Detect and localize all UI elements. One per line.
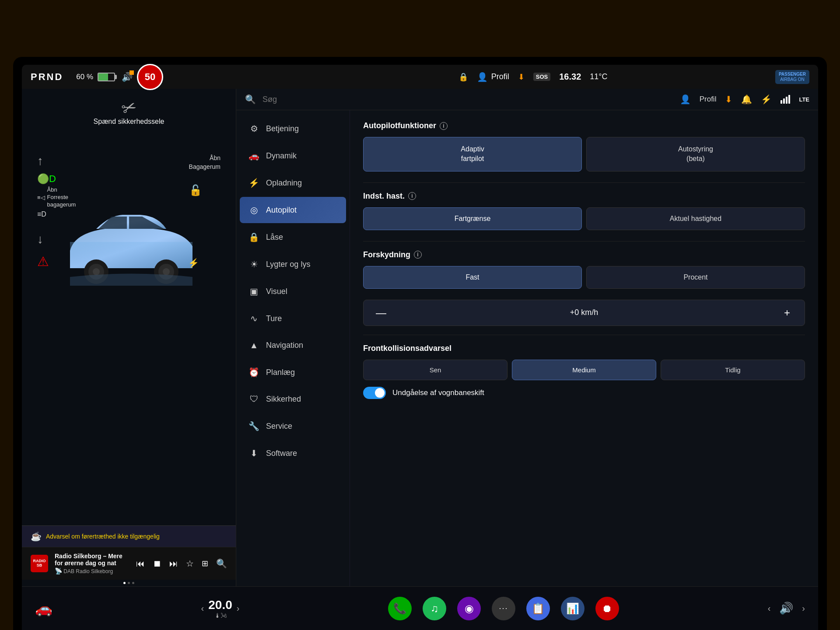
car-taskbar-icon[interactable]: 🚗 bbox=[35, 600, 52, 617]
navigation-icon: ▲ bbox=[248, 340, 259, 350]
autopilot-content: Autopilotfunktioner i Adaptiv fartpilot … bbox=[350, 110, 818, 586]
lock-icon: 🔒 bbox=[458, 72, 468, 82]
spotify-button[interactable]: ♫ bbox=[423, 597, 446, 620]
sidebar-item-software[interactable]: ⬇ Software bbox=[240, 440, 346, 466]
car-diagram: ↑ 🟢D ≡◁ Åbn Forreste bagagerum ≡D bbox=[31, 130, 227, 305]
prev-button[interactable]: ⏮ bbox=[136, 559, 145, 569]
profile-button[interactable]: 👤 Profil bbox=[477, 72, 509, 82]
lane-change-toggle[interactable] bbox=[363, 387, 386, 399]
settings-area: ⚙ Betjening 🚗 Dynamik ⚡ Opladning ◎ Auto… bbox=[236, 110, 818, 586]
laase-icon: 🔒 bbox=[248, 232, 259, 242]
bluetooth-icon[interactable]: ⚡ bbox=[761, 94, 772, 105]
sos-badge: SOS bbox=[533, 73, 550, 81]
more-button[interactable]: ··· bbox=[492, 597, 515, 620]
sidebar-item-lygter[interactable]: ☀ Lygter og lys bbox=[240, 251, 346, 277]
ture-icon: ∿ bbox=[248, 313, 259, 324]
seatbelt-area: ✂ Spænd sikkerhedssele bbox=[31, 98, 227, 126]
visuel-icon: ▣ bbox=[248, 286, 259, 297]
warning-text: Advarsel om førertræthed ikke tilgængeli… bbox=[46, 533, 160, 540]
next-button[interactable]: ⏭ bbox=[169, 559, 178, 569]
divider-3 bbox=[363, 335, 805, 335]
software-label: Software bbox=[266, 449, 297, 458]
vol-left-arrow[interactable]: ‹ bbox=[768, 603, 771, 613]
phone-button[interactable]: 📞 bbox=[388, 597, 412, 620]
notes-button[interactable]: 📋 bbox=[526, 597, 550, 620]
speed-minus-button[interactable]: — bbox=[372, 307, 390, 319]
sidebar-item-dynamik[interactable]: 🚗 Dynamik bbox=[240, 143, 346, 169]
profile-icon-search[interactable]: 👤 bbox=[680, 94, 691, 105]
wood-background bbox=[0, 0, 840, 61]
stop-button[interactable]: ⏹ bbox=[153, 559, 161, 569]
podcast-button[interactable]: ◉ bbox=[457, 597, 481, 620]
status-bar: PRND 60 % 🔊 50 🔒 👤 Profil ⬇ SOS 16.32 11… bbox=[22, 65, 818, 89]
planlaeg-label: Planlæg bbox=[266, 368, 295, 377]
open-front-trunk[interactable]: ≡◁ Åbn Forreste bagagerum bbox=[37, 186, 76, 209]
offset-buttons: Fast Procent bbox=[363, 266, 805, 289]
sidebar-item-navigation[interactable]: ▲ Navigation bbox=[240, 332, 346, 358]
dynamik-icon: 🚗 bbox=[248, 150, 259, 161]
sidebar-item-planlaeg[interactable]: ⏰ Planlæg bbox=[240, 359, 346, 385]
adaptive-line1: Adaptiv bbox=[372, 144, 573, 154]
section-frontkollision: Frontkollisionsadvarsel bbox=[363, 344, 805, 353]
speed-plus-button[interactable]: + bbox=[778, 307, 796, 319]
record-button[interactable]: ⏺ bbox=[595, 597, 619, 620]
procent-button[interactable]: Procent bbox=[586, 266, 805, 289]
search-input[interactable] bbox=[262, 95, 673, 104]
sidebar-item-betjening[interactable]: ⚙ Betjening bbox=[240, 116, 346, 142]
autosteer-button[interactable]: Autostyring (beta) bbox=[586, 137, 805, 172]
autopilot-label: Autopilot bbox=[266, 206, 297, 215]
open-front-line2: Forreste bbox=[47, 194, 76, 201]
adaptive-cruise-button[interactable]: Adaptiv fartpilot bbox=[363, 137, 582, 172]
info-button[interactable]: 📊 bbox=[561, 597, 584, 620]
service-icon: 🔧 bbox=[248, 421, 259, 431]
open-trunk-button[interactable]: Åbn Bagagerum bbox=[189, 154, 220, 171]
taskbar-right: ‹ 🔊 › bbox=[768, 602, 805, 615]
current-speed-button[interactable]: Aktuel hastighed bbox=[586, 207, 805, 230]
toggle-label: Undgåelse af vognbaneskift bbox=[392, 388, 484, 397]
center-status: 🔒 👤 Profil ⬇ SOS 16.32 11°C bbox=[290, 72, 775, 82]
speed-limit-button[interactable]: Fartgrænse bbox=[363, 207, 582, 230]
sidebar-item-autopilot[interactable]: ◎ Autopilot bbox=[240, 197, 346, 223]
sidebar-item-ture[interactable]: ∿ Ture bbox=[240, 305, 346, 332]
temp-left-arrow[interactable]: ‹ bbox=[201, 603, 204, 613]
time-display: 16.32 bbox=[559, 72, 581, 82]
sidebar-item-laase[interactable]: 🔒 Låse bbox=[240, 224, 346, 250]
sidebar-item-service[interactable]: 🔧 Service bbox=[240, 413, 346, 439]
lte-label: LTE bbox=[799, 96, 809, 103]
section1-info-icon[interactable]: i bbox=[440, 122, 448, 130]
autosteer-line1: Autostyring bbox=[595, 144, 796, 154]
current-speed-label: Aktuel hastighed bbox=[670, 215, 721, 222]
sidebar-item-visuel[interactable]: ▣ Visuel bbox=[240, 278, 346, 304]
software-icon: ⬇ bbox=[248, 448, 259, 458]
favorite-button[interactable]: ☆ bbox=[186, 558, 194, 569]
section3-info-icon[interactable]: i bbox=[414, 251, 422, 259]
bell-icon[interactable]: 🔔 bbox=[741, 94, 752, 105]
navigation-label: Navigation bbox=[266, 341, 303, 350]
equalizer-button[interactable]: ⊞ bbox=[202, 559, 208, 568]
download-icon-center[interactable]: ⬇ bbox=[518, 72, 525, 82]
open-trunk-line1: Åbn bbox=[189, 154, 220, 163]
sidebar-item-opladning[interactable]: ⚡ Opladning bbox=[240, 170, 346, 196]
collision-warning-options: Sen Medium Tidlig bbox=[363, 360, 805, 380]
sen-button[interactable]: Sen bbox=[363, 360, 508, 380]
svg-point-5 bbox=[163, 268, 170, 275]
arrow-up-control[interactable]: ↑ bbox=[37, 154, 76, 168]
temp-right-arrow[interactable]: › bbox=[237, 603, 240, 613]
signal-bars bbox=[780, 95, 790, 104]
sen-label: Sen bbox=[430, 366, 441, 374]
sidebar-item-sikkerhed[interactable]: 🛡 Sikkerhed bbox=[240, 386, 346, 412]
medium-button[interactable]: Medium bbox=[512, 360, 656, 380]
tidlig-button[interactable]: Tidlig bbox=[661, 360, 805, 380]
speed-setting-buttons: Fartgrænse Aktuel hastighed bbox=[363, 207, 805, 230]
laase-label: Låse bbox=[266, 233, 283, 242]
fast-button[interactable]: Fast bbox=[363, 266, 582, 289]
vol-right-arrow[interactable]: › bbox=[802, 603, 805, 613]
section2-info-icon[interactable]: i bbox=[408, 192, 416, 200]
volume-icon[interactable]: 🔊 bbox=[779, 602, 793, 615]
car-svg: ⚡ bbox=[52, 207, 206, 294]
right-status: PASSENGER AIRBAG ON bbox=[775, 70, 809, 84]
search-media-button[interactable]: 🔍 bbox=[216, 558, 227, 569]
music-dots bbox=[22, 580, 236, 586]
lock-car-icon[interactable]: 🔓 bbox=[189, 184, 220, 196]
download-icon-search[interactable]: ⬇ bbox=[725, 94, 732, 105]
